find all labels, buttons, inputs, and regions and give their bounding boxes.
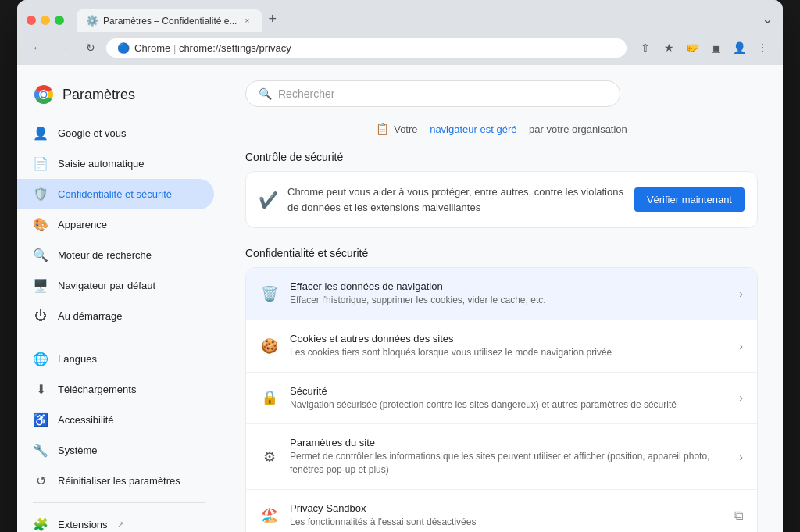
- lock-icon: 🔒: [260, 389, 279, 406]
- sidebar-item-accessibility[interactable]: ♿ Accessibilité: [17, 405, 214, 435]
- window-expand[interactable]: ⌄: [762, 10, 773, 30]
- managed-notice: 📋 Votre navigateur est géré par votre or…: [245, 123, 758, 135]
- sidebar-item-search[interactable]: 🔍 Moteur de recherche: [17, 240, 214, 270]
- managed-prefix: Votre: [394, 123, 417, 135]
- system-icon: 🔧: [33, 443, 48, 458]
- main-content: Paramètres 👤 Google et vous 📄 Saisie aut…: [17, 65, 783, 532]
- trash-icon: 🗑️: [260, 285, 279, 302]
- cookie-icon: 🍪: [260, 337, 279, 355]
- new-tab-button[interactable]: +: [262, 8, 283, 30]
- arrow-icon: ›: [739, 340, 743, 352]
- arrow-icon: ›: [739, 287, 743, 300]
- settings-item-cookies[interactable]: 🍪 Cookies et autres données des sites Le…: [246, 320, 757, 373]
- sidebar-divider-2: [33, 502, 205, 503]
- sidebar-item-label: Accessibilité: [58, 414, 114, 426]
- sidebar-item-appearance[interactable]: 🎨 Apparence: [17, 209, 214, 240]
- sidebar-item-google[interactable]: 👤 Google et vous: [17, 118, 214, 148]
- forward-button[interactable]: →: [53, 37, 75, 59]
- address-favicon: 🔵: [117, 42, 130, 54]
- address-bar-input[interactable]: 🔵 Chrome | chrome://settings/privacy: [106, 38, 627, 58]
- address-text: Chrome | chrome://settings/privacy: [134, 42, 616, 54]
- description-icon: 📄: [33, 156, 48, 171]
- close-button[interactable]: [27, 16, 36, 25]
- settings-item-privacy-sandbox[interactable]: 🏖️ Privacy Sandbox Les fonctionnalités à…: [246, 490, 757, 532]
- security-section-title: Contrôle de sécurité: [245, 151, 758, 163]
- sidebar-item-label: Saisie automatique: [58, 158, 145, 170]
- sidebar-item-downloads[interactable]: ⬇ Téléchargements: [17, 374, 214, 405]
- toolbar-icons: ⇧ ★ 🤛 ▣ 👤 ⋮: [634, 37, 773, 59]
- address-bar: ← → ↻ 🔵 Chrome | chrome://settings/priva…: [17, 32, 783, 65]
- sidebar-header: Paramètres: [17, 77, 220, 118]
- settings-item-title: Paramètres du site: [290, 437, 728, 448]
- reload-button[interactable]: ↻: [80, 37, 102, 59]
- sidebar-item-label: Au démarrage: [58, 310, 122, 322]
- maximize-button[interactable]: [55, 16, 64, 25]
- settings-item-desc: Effacer l'historique, supprimer les cook…: [290, 294, 728, 307]
- settings-item-site-settings[interactable]: ⚙ Paramètres du site Permet de contrôler…: [246, 424, 757, 490]
- settings-item-content: Privacy Sandbox Les fonctionnalités à l'…: [290, 502, 723, 529]
- extensions-button[interactable]: 🤛: [681, 37, 703, 59]
- tab-close-button[interactable]: ×: [241, 16, 252, 27]
- sidebar-item-autofill[interactable]: 📄 Saisie automatique: [17, 148, 214, 179]
- active-tab[interactable]: ⚙️ Paramètres – Confidentialité e... ×: [77, 9, 262, 32]
- minimize-button[interactable]: [41, 16, 50, 25]
- settings-item-desc: Les fonctionnalités à l'essai sont désac…: [290, 516, 723, 529]
- sandbox-icon: 🏖️: [260, 507, 279, 524]
- managed-suffix: par votre organisation: [529, 123, 627, 135]
- settings-item-title: Effacer les données de navigation: [290, 280, 728, 292]
- tab-title: Paramètres – Confidentialité e...: [103, 16, 237, 27]
- back-button[interactable]: ←: [27, 37, 48, 59]
- power-icon: ⏻: [33, 309, 48, 323]
- reset-icon: ↺: [33, 473, 48, 488]
- search-bar[interactable]: 🔍 Rechercher: [245, 80, 620, 107]
- sidebar-item-system[interactable]: 🔧 Système: [17, 435, 214, 466]
- svg-point-5: [41, 92, 46, 97]
- sidebar-item-privacy[interactable]: 🛡️ Confidentialité et sécurité: [17, 179, 214, 209]
- external-link-icon: ⧉: [734, 509, 743, 523]
- privacy-settings-list: 🗑️ Effacer les données de navigation Eff…: [245, 267, 758, 532]
- security-card-text: Chrome peut vous aider à vous protéger, …: [288, 184, 625, 215]
- sidebar-item-languages[interactable]: 🌐 Langues: [17, 344, 214, 374]
- title-bar: ⚙️ Paramètres – Confidentialité e... × +…: [17, 0, 783, 32]
- sidebar-item-extensions[interactable]: 🧩 Extensions ↗: [17, 509, 214, 532]
- palette-icon: 🎨: [33, 217, 48, 232]
- globe-icon: 🌐: [33, 352, 48, 366]
- sidebar-item-label: Moteur de recherche: [58, 249, 152, 261]
- sidebar-item-label: Navigateur par défaut: [58, 280, 155, 291]
- settings-item-title: Sécurité: [290, 385, 728, 397]
- tab-switcher-button[interactable]: ▣: [705, 37, 727, 59]
- sidebar-item-startup[interactable]: ⏻ Au démarrage: [17, 301, 214, 330]
- settings-item-security[interactable]: 🔒 Sécurité Navigation sécurisée (protect…: [246, 373, 757, 425]
- settings-item-title: Cookies et autres données des sites: [290, 333, 728, 345]
- content-area: 🔍 Rechercher 📋 Votre navigateur est géré…: [220, 65, 783, 532]
- menu-button[interactable]: ⋮: [752, 37, 773, 59]
- accessibility-icon: ♿: [33, 412, 48, 427]
- download-icon: ⬇: [33, 382, 48, 397]
- verify-now-button[interactable]: Vérifier maintenant: [634, 187, 745, 212]
- sidebar-item-default-browser[interactable]: 🖥️ Navigateur par défaut: [17, 270, 214, 301]
- browser-window: ⚙️ Paramètres – Confidentialité e... × +…: [17, 0, 783, 532]
- managed-link[interactable]: navigateur est géré: [430, 123, 516, 135]
- privacy-section-title: Confidentialité et sécurité: [245, 247, 758, 259]
- sidebar-item-label: Apparence: [58, 219, 107, 230]
- settings-item-content: Sécurité Navigation sécurisée (protectio…: [290, 385, 728, 412]
- sidebar-item-reset[interactable]: ↺ Réinitialiser les paramètres: [17, 466, 214, 496]
- settings-item-desc: Permet de contrôler les informations que…: [290, 450, 728, 477]
- share-button[interactable]: ⇧: [634, 37, 656, 59]
- sidebar-item-label: Extensions: [58, 519, 108, 530]
- shield-icon: 🛡️: [33, 187, 48, 202]
- bookmark-button[interactable]: ★: [658, 37, 680, 59]
- sidebar: Paramètres 👤 Google et vous 📄 Saisie aut…: [17, 65, 220, 532]
- puzzle-icon: 🧩: [33, 517, 48, 532]
- sidebar-item-label: Google et vous: [58, 127, 126, 139]
- settings-item-desc: Les cookies tiers sont bloqués lorsque v…: [290, 346, 728, 359]
- security-check-icon: ✔️: [259, 191, 278, 209]
- search-icon: 🔍: [33, 248, 48, 262]
- profile-button[interactable]: 👤: [728, 37, 750, 59]
- person-icon: 👤: [33, 126, 48, 141]
- settings-item-clear-data[interactable]: 🗑️ Effacer les données de navigation Eff…: [246, 268, 757, 320]
- sidebar-item-label: Langues: [58, 353, 97, 365]
- sidebar-item-label: Réinitialiser les paramètres: [58, 475, 180, 487]
- sidebar-item-label: Téléchargements: [58, 384, 136, 395]
- settings-item-title: Privacy Sandbox: [290, 502, 723, 514]
